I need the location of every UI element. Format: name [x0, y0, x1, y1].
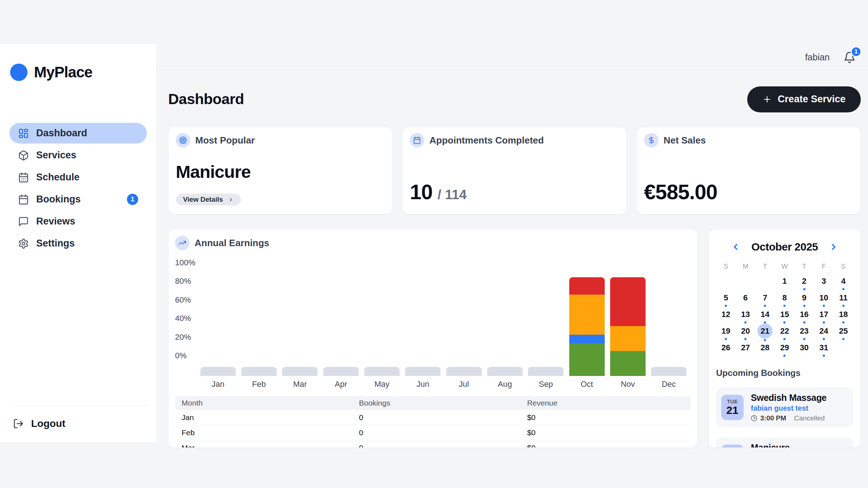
create-service-button[interactable]: Create Service — [747, 86, 861, 112]
booking-service-name: Manicure — [751, 442, 820, 448]
calendar-day-26[interactable]: 26 — [716, 341, 736, 358]
empty-bar — [241, 367, 277, 376]
sidebar-item-label: Dashboard — [36, 128, 87, 139]
calendar-day-29[interactable]: 29 — [775, 341, 794, 358]
booking-dot — [823, 305, 825, 307]
sidebar-item-label: Reviews — [36, 216, 75, 227]
weekday-label: S — [834, 262, 853, 275]
sidebar-item-settings[interactable]: Settings — [9, 233, 147, 254]
calendar-day-4[interactable]: 4 — [834, 275, 853, 291]
booking-item[interactable]: WED22ManicureCustomer2:00 AMPending — [716, 437, 853, 448]
username[interactable]: fabian — [805, 52, 830, 63]
calendar-day-10[interactable]: 10 — [814, 291, 834, 308]
booking-item[interactable]: TUE21Swedish Massagefabian guest test3:0… — [716, 388, 853, 427]
net-sales-value: €585.00 — [644, 180, 718, 204]
sidebar-item-schedule[interactable]: Schedule — [9, 167, 147, 188]
calendar-day-25[interactable]: 25 — [834, 325, 853, 341]
calendar-day-8[interactable]: 8 — [775, 291, 794, 308]
calendar-day-30[interactable]: 30 — [795, 341, 814, 358]
calendar-day-15[interactable]: 15 — [775, 308, 794, 325]
bar-slot-dec: Dec — [648, 258, 689, 389]
most-popular-value: Manicure — [176, 162, 251, 182]
calendar-day-1[interactable]: 1 — [775, 275, 794, 291]
calendar-day-7[interactable]: 7 — [755, 291, 775, 308]
day-number: 13 — [738, 308, 753, 321]
sidebar-item-dashboard[interactable]: Dashboard — [9, 123, 147, 144]
calendar-day-19[interactable]: 19 — [716, 325, 736, 341]
sidebar-item-label: Bookings — [36, 194, 81, 205]
dashboard-icon — [18, 128, 29, 139]
earnings-table: MonthBookingsRevenue Jan0$0Feb0$0Mar0$0 — [175, 396, 691, 448]
day-number: 3 — [816, 275, 831, 288]
empty-bar — [528, 367, 563, 376]
annual-earnings-title: Annual Earnings — [195, 237, 269, 249]
booking-date-chip: WED22 — [721, 445, 744, 448]
calendar-day-13[interactable]: 13 — [736, 308, 755, 325]
day-number: 29 — [777, 341, 792, 354]
calendar-next-button[interactable] — [827, 241, 840, 253]
bookings-badge: 1 — [127, 194, 138, 205]
calendar-day-12[interactable]: 12 — [716, 308, 736, 325]
calendar-day-23[interactable]: 23 — [795, 325, 814, 341]
calendar-day-14[interactable]: 14 — [755, 308, 775, 325]
calendar-day-16[interactable]: 16 — [795, 308, 814, 325]
appointments-total: / 114 — [438, 187, 467, 202]
view-details-button[interactable]: View Details — [176, 194, 241, 205]
booking-dot — [744, 321, 746, 324]
day-number: 31 — [816, 341, 831, 354]
gear-icon — [18, 238, 29, 249]
main-content: Dashboard Create Service Most Popular Ma… — [156, 71, 868, 488]
y-axis-tick: 80% — [175, 277, 194, 286]
booking-weekday: TUE — [727, 399, 738, 404]
booking-dot — [842, 305, 844, 307]
booking-dot — [764, 305, 766, 307]
calendar-day-28[interactable]: 28 — [755, 341, 775, 358]
calendar-day-9[interactable]: 9 — [795, 291, 814, 308]
calendar-day-18[interactable]: 18 — [834, 308, 853, 325]
booking-dot — [803, 321, 805, 324]
calendar-prev-button[interactable] — [729, 241, 742, 253]
empty-bar — [651, 367, 686, 376]
calendar-day-24[interactable]: 24 — [814, 325, 834, 341]
booking-dot — [783, 321, 786, 324]
calendar-day-3[interactable]: 3 — [814, 275, 834, 291]
calendar-day-6[interactable]: 6 — [736, 291, 755, 308]
calendar-day-27[interactable]: 27 — [736, 341, 755, 358]
sidebar-item-bookings[interactable]: Bookings1 — [9, 189, 147, 210]
calendar-day-11[interactable]: 11 — [834, 291, 853, 308]
calendar-day-21[interactable]: 21 — [755, 325, 775, 341]
booking-customer-link[interactable]: fabian guest test — [751, 404, 826, 412]
empty-day-cell — [736, 275, 755, 291]
day-number: 12 — [718, 308, 733, 321]
create-service-label: Create Service — [778, 94, 846, 105]
booking-dot — [823, 338, 825, 340]
calendar-day-5[interactable]: 5 — [716, 291, 736, 308]
table-header: Month — [175, 396, 353, 410]
x-axis-label: Jul — [443, 380, 484, 389]
day-number: 4 — [836, 275, 851, 288]
sidebar-item-reviews[interactable]: Reviews — [9, 211, 147, 232]
day-number: 14 — [757, 308, 773, 321]
calendar-day-17[interactable]: 17 — [814, 308, 834, 325]
table-cell: 0 — [353, 410, 521, 425]
sidebar-item-services[interactable]: Services — [9, 145, 147, 166]
table-header: Bookings — [353, 396, 521, 410]
annual-earnings-chart: 100%80%60%40%20%0%JanFebMarAprMayJunJulA… — [175, 258, 691, 389]
calendar-day-31[interactable]: 31 — [814, 341, 834, 358]
bar-segment — [569, 335, 605, 343]
table-row: Feb0$0 — [175, 425, 691, 440]
calendar-day-20[interactable]: 20 — [736, 325, 755, 341]
x-axis-label: May — [361, 380, 402, 389]
booking-info: ManicureCustomer2:00 AMPending — [751, 442, 820, 448]
y-axis-tick: 20% — [175, 333, 194, 342]
day-number: 21 — [757, 324, 773, 339]
calendar-day-22[interactable]: 22 — [775, 325, 794, 341]
notifications-button[interactable]: 1 — [843, 51, 856, 64]
booking-time: 3:00 PM — [751, 414, 786, 422]
day-number: 2 — [797, 275, 812, 288]
bar-segment — [569, 277, 605, 295]
dollar-icon — [644, 133, 659, 147]
calendar-day-2[interactable]: 2 — [795, 275, 814, 291]
net-sales-card: Net Sales €585.00 — [637, 127, 861, 214]
logout-button[interactable]: Logout — [9, 418, 147, 429]
